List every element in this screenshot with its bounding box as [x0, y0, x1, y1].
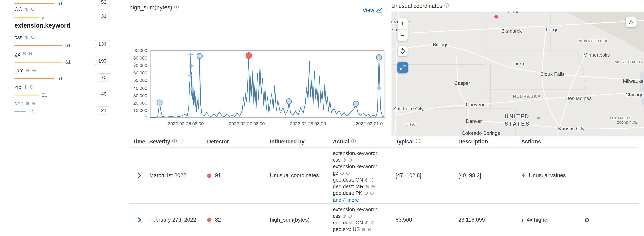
row-expand-button[interactable]	[129, 172, 146, 179]
info-icon[interactable]: ⓘ	[351, 138, 356, 143]
influencer-name: CO	[14, 6, 22, 12]
city-label: Des Moines	[566, 96, 592, 101]
warning-anomaly-marker[interactable]	[353, 101, 358, 107]
filter-out-icon[interactable]: ⊖	[32, 68, 36, 73]
filter-for-icon[interactable]: ⊕	[24, 84, 28, 89]
top-influencers-sidebar: extension.keyword 5153CO⊕⊖3131css⊕⊖61134…	[0, 0, 124, 236]
filter-out-icon[interactable]: ⊖	[367, 226, 371, 232]
column-header-severity[interactable]: Severityⓘ↓	[146, 138, 204, 145]
influencer-token: geo.src: US⊕⊖	[333, 226, 392, 233]
filter-for-icon[interactable]: ⊕	[364, 177, 369, 183]
filter-out-icon[interactable]: ⊖	[370, 190, 374, 196]
column-header-description[interactable]: Description	[455, 138, 518, 145]
filter-out-icon[interactable]: ⊖	[31, 35, 35, 40]
influencer-token: geo.dest: CN⊕⊖	[333, 176, 392, 183]
column-header-actions[interactable]: Actions	[518, 138, 581, 145]
warning-anomaly-marker[interactable]	[376, 55, 382, 60]
anomaly-description: ⚠Unusual values	[518, 172, 581, 178]
anomaly-actual: [47,-102.8]	[392, 172, 455, 178]
influencer-count-badge: 53	[98, 0, 110, 6]
column-header-actual[interactable]: Actualⓘ	[330, 138, 392, 145]
multibucket-anomaly-marker[interactable]	[190, 64, 194, 68]
filter-out-icon[interactable]: ⊖	[346, 170, 350, 176]
filter-for-icon[interactable]: ⊕	[364, 220, 369, 226]
influencer-label: gz⊕⊖	[14, 51, 124, 57]
influencer-score-bar	[14, 61, 62, 62]
filter-for-icon[interactable]: ⊕	[364, 190, 368, 196]
influencer-score-line: 51	[14, 75, 63, 81]
column-header-typical[interactable]: Typicalⓘ	[392, 138, 455, 145]
y-tick-label: 40,000	[133, 85, 147, 90]
row-actions-gear-button[interactable]: ⚙	[584, 216, 590, 223]
set-view-button[interactable]	[398, 46, 408, 56]
zoom-out-button[interactable]: −	[398, 30, 408, 41]
y-tick-label: 80,000	[133, 56, 147, 61]
city-label: Denver	[466, 118, 482, 124]
info-icon[interactable]: ⓘ	[172, 138, 177, 143]
filter-out-icon[interactable]: ⊖	[348, 157, 352, 163]
info-icon[interactable]: ⓘ	[444, 3, 449, 8]
filter-for-icon[interactable]: ⊕	[361, 226, 366, 232]
city-label: Sioux Falls	[540, 71, 564, 77]
metric-line	[150, 54, 385, 118]
row-expand-button[interactable]	[129, 216, 146, 223]
column-header-detector[interactable]: Detector	[204, 138, 267, 145]
influencer-label: css⊕⊖	[14, 34, 124, 41]
filter-out-icon[interactable]: ⊖	[31, 7, 35, 12]
filter-out-icon[interactable]: ⊖	[370, 177, 374, 183]
y-tick-label: 0	[144, 115, 147, 120]
anomaly-location-dot[interactable]	[494, 15, 498, 19]
map-canvas[interactable]: MinotGreat FallssoBismarckFargoMINNESOTA…	[391, 12, 644, 136]
y-tick-label: 10,000	[133, 108, 147, 113]
show-more-influencers-link[interactable]: and 4 more	[333, 197, 359, 203]
influencer-row: deb⊕⊖1421	[14, 100, 124, 117]
city-label: Bismarck	[502, 28, 522, 34]
filter-for-icon[interactable]: ⊕	[342, 157, 346, 163]
filter-for-icon[interactable]: ⊕	[26, 101, 30, 106]
filter-out-icon[interactable]: ⊖	[371, 183, 375, 189]
x-tick-label: 2022-02-28 08:00	[290, 121, 326, 126]
filter-out-icon[interactable]: ⊖	[30, 84, 34, 89]
critical-anomaly-marker[interactable]	[246, 53, 252, 59]
anomaly-typical: [40,-98.2]	[455, 172, 518, 178]
filter-out-icon[interactable]: ⊖	[348, 213, 352, 219]
zoom-in-button[interactable]: +	[398, 18, 408, 30]
filter-for-icon[interactable]: ⊕	[24, 35, 29, 40]
column-header-time[interactable]: Time	[129, 138, 146, 145]
map-warning-button[interactable]: ⚠	[626, 17, 636, 28]
y-tick-label: 60,000	[133, 70, 147, 75]
filter-out-icon[interactable]: ⊖	[370, 220, 374, 226]
influencer-label: rpm⊕⊖	[14, 67, 124, 74]
filter-out-icon[interactable]: ⊖	[28, 51, 33, 56]
warning-anomaly-marker[interactable]	[286, 99, 292, 104]
influencer-count-badge: 193	[95, 57, 110, 65]
city-label: Cheyenne	[466, 102, 488, 108]
filter-for-icon[interactable]: ⊕	[22, 51, 26, 56]
state-label: MINNESOTA	[578, 39, 608, 44]
fit-to-data-button[interactable]	[397, 62, 408, 73]
column-header-influenced-by[interactable]: Influenced by	[267, 138, 330, 145]
sort-desc-icon[interactable]: ↓	[181, 138, 184, 145]
view-link[interactable]: View	[362, 7, 382, 13]
influencer-count-badge: 31	[98, 12, 110, 20]
filter-for-icon[interactable]: ⊕	[365, 183, 369, 189]
state-label: WISCONSIN	[615, 60, 644, 64]
warning-anomaly-marker[interactable]	[197, 54, 202, 59]
filter-for-icon[interactable]: ⊕	[26, 68, 30, 73]
filter-for-icon[interactable]: ⊕	[340, 170, 344, 176]
x-tick-label: 2022-03-01 0	[356, 121, 382, 126]
table-body: March 1st 202291Unusual coordinatesexten…	[129, 148, 639, 236]
filter-out-icon[interactable]: ⊖	[32, 101, 36, 106]
multibucket-anomaly-marker[interactable]	[377, 86, 381, 90]
filter-for-icon[interactable]: ⊕	[24, 7, 29, 12]
warning-anomaly-marker[interactable]	[157, 100, 162, 105]
influencer-token: extension.keyword: gz⊕⊖	[333, 163, 392, 176]
map-zoom-level: zoom: 4.02	[617, 120, 638, 124]
state-label: NEBRASKA	[513, 94, 541, 98]
filter-for-icon[interactable]: ⊕	[342, 213, 346, 219]
anomaly-timeseries-chart[interactable]	[150, 51, 384, 118]
influencer-max-score: 61	[65, 42, 71, 48]
info-icon[interactable]: ⓘ	[416, 138, 420, 143]
multibucket-anomaly-marker[interactable]	[188, 52, 194, 58]
info-icon[interactable]: ⓘ	[174, 5, 179, 10]
